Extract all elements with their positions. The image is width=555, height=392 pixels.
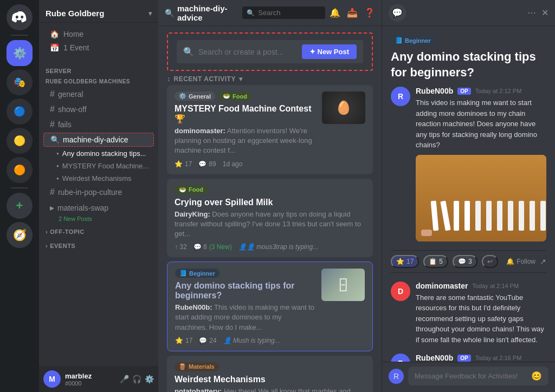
post-card[interactable]: 🪵 Materials Weirdest Mechanisms potatoba… xyxy=(167,356,373,392)
icon-rail: ⚙️ 🎭 🔵 🟡 🟠 + 🧭 xyxy=(0,0,39,392)
discord-home-icon[interactable] xyxy=(7,4,33,30)
reactions-bar: ⭐ 17 📋 5 💬 3 ↩ 🔔 Follow ↗ xyxy=(391,250,546,273)
channel-label-pop: rube-in-pop-culture xyxy=(58,188,122,197)
channel-label-diy: machine-diy-advice xyxy=(63,135,128,144)
msg-time-3: Today at 2:16 PM xyxy=(475,355,522,361)
server-icon-tag: ⚙️ xyxy=(179,93,186,100)
post-title: Any domino stacking tips for beginners? xyxy=(175,281,315,300)
follow-button[interactable]: 🔔 Follow xyxy=(506,258,535,265)
new-post-button[interactable]: ✦ New Post xyxy=(302,44,357,59)
topbar-search-input[interactable] xyxy=(258,9,321,17)
inbox-icon[interactable]: 📥 xyxy=(347,8,358,18)
comment-reaction-button[interactable]: 💬 3 xyxy=(453,255,477,268)
add-server-button[interactable]: + xyxy=(7,193,33,219)
follow-icon: 🔔 xyxy=(506,258,514,265)
share-button[interactable]: ↗ xyxy=(540,257,546,266)
home-icon: 🏠 xyxy=(50,30,59,38)
hash-icon: ▸ xyxy=(50,202,54,213)
avatar-ruben00b: R xyxy=(391,87,410,106)
headphones-icon[interactable]: 🎧 xyxy=(132,375,141,383)
post-replies: ↑ 32 xyxy=(175,243,187,251)
add-reaction-button[interactable]: ↩ xyxy=(482,255,498,268)
post-content: 🥗 Food Crying over Spilled Milk DairyKin… xyxy=(175,185,365,251)
post-content: 📘 Beginner Any domino stacking tips for … xyxy=(175,269,315,344)
post-stars: ⭐ 17 xyxy=(175,160,192,168)
notification-icon[interactable]: 🔔 xyxy=(330,8,340,18)
server-icon-4[interactable]: 🟡 xyxy=(7,128,33,154)
sidebar-item-materials[interactable]: ▸ materials-swap xyxy=(43,200,154,215)
explore-button[interactable]: 🧭 xyxy=(7,222,33,248)
op-badge-2: OP xyxy=(457,355,470,362)
rail-separator xyxy=(11,35,28,36)
user-avatar: M xyxy=(43,370,61,388)
server-icon-2[interactable]: 🎭 xyxy=(7,69,33,95)
channel-label-fails: fails xyxy=(58,120,72,129)
search-input-icon: 🔍 xyxy=(183,47,194,57)
settings-icon[interactable]: ⚙️ xyxy=(145,375,154,383)
forum-search-input[interactable] xyxy=(198,48,298,56)
sidebar-item-rube-pop[interactable]: # rube-in-pop-culture xyxy=(43,185,154,199)
sidebar-item-machine-diy[interactable]: 🔍 machine-diy-advice xyxy=(43,133,154,147)
server-name-label: Rube Goldberg xyxy=(46,9,104,18)
message-header-3: RubeN00b OP Today at 2:16 PM xyxy=(416,354,546,362)
hash-icon: # xyxy=(50,120,55,129)
sidebar-item-fails[interactable]: # fails xyxy=(43,117,154,132)
server-icon-3[interactable]: 🔵 xyxy=(7,99,33,125)
avatar-ruben00b-2: R xyxy=(391,354,410,362)
sidebar-sub-domino[interactable]: ● Any domino stacking tips... xyxy=(43,148,154,159)
post-preview: RubeN00b: This video is making me want t… xyxy=(175,303,315,332)
post-card[interactable]: ⚙️ General 🥗 Food MYSTERY Food Machine C… xyxy=(167,85,373,174)
sidebar-footer: M marblez #0000 🎤 🎧 ⚙️ xyxy=(39,366,158,392)
topbar-channel-label: machine-diy-advice xyxy=(177,4,238,22)
sidebar-item-home[interactable]: 🏠 Home xyxy=(43,28,154,41)
star-reaction-button[interactable]: ⭐ 17 xyxy=(391,255,419,268)
close-icon[interactable]: ✕ xyxy=(541,8,548,18)
help-icon[interactable]: ❓ xyxy=(364,8,375,18)
right-topbar-icons: ⋯ ✕ xyxy=(527,8,548,18)
message-group: R RubeN00b OP Today at 2:12 PM This vide… xyxy=(391,87,546,241)
bookmark-reaction-button[interactable]: 📋 5 xyxy=(423,255,448,268)
msg-text: This video is making me want to start ad… xyxy=(416,97,546,151)
emoji-picker-icon[interactable]: 😊 xyxy=(531,371,542,381)
message-input-area: R 😊 xyxy=(382,362,555,392)
post-tags: 📘 Beginner xyxy=(175,269,315,278)
new-posts-indicator[interactable]: 2 New Posts xyxy=(39,215,158,222)
message-input[interactable] xyxy=(415,372,527,380)
beginner-icon: 📘 xyxy=(179,270,187,277)
topbar-search-box[interactable]: 🔍 xyxy=(242,6,325,19)
post-comments: 💬 89 xyxy=(198,160,216,168)
calendar-icon: 📅 xyxy=(50,43,59,52)
topbar-search-icon: 🔍 xyxy=(247,9,255,17)
sidebar-sub-mystery[interactable]: ● MYSTERY Food Machine... xyxy=(43,160,154,172)
msg-time-2: Today at 2:14 PM xyxy=(472,283,519,289)
sidebar-item-general[interactable]: # general xyxy=(43,87,154,101)
more-icon[interactable]: ⋯ xyxy=(527,8,536,18)
server-icon-5[interactable]: 🟠 xyxy=(7,157,33,183)
avatar-dominomaster: D xyxy=(391,282,410,301)
recent-activity-label: RECENT ACTIVITY xyxy=(174,75,236,83)
rube-goldberg-server-icon[interactable]: ⚙️ xyxy=(7,40,33,66)
message-body-2: dominomaster Today at 2:14 PM There are … xyxy=(416,282,546,345)
post-title: Weirdest Mechanisms xyxy=(175,375,365,384)
chevron-down-sort[interactable]: ▾ xyxy=(239,75,243,83)
post-title: Crying over Spilled Milk xyxy=(175,198,365,207)
thread-content: 📘 Beginner Any domino stacking tips for … xyxy=(382,26,555,362)
post-time: 1d ago xyxy=(223,160,243,168)
microphone-icon[interactable]: 🎤 xyxy=(120,375,129,383)
post-card[interactable]: 🥗 Food Crying over Spilled Milk DairyKin… xyxy=(167,179,373,258)
post-card-active[interactable]: 📘 Beginner Any domino stacking tips for … xyxy=(167,262,373,351)
sidebar-header: Rube Goldberg ▾ xyxy=(39,0,158,23)
input-avatar: R xyxy=(389,369,404,384)
forum-topbar: 🔍 machine-diy-advice 🔍 🔔 📥 ❓ xyxy=(158,0,382,26)
msg-username: RubeN00b xyxy=(416,87,453,95)
sidebar-item-showoff[interactable]: # show-off xyxy=(43,102,154,116)
sidebar-category-events[interactable]: › EVENTS xyxy=(39,236,158,250)
sidebar-category-offtopic[interactable]: › OFF-TOPIC xyxy=(39,222,158,236)
sidebar-item-events[interactable]: 📅 1 Event xyxy=(43,41,154,54)
chevron-icon: › xyxy=(46,228,48,235)
post-tags: 🥗 Food xyxy=(175,185,365,194)
tag-materials: 🪵 Materials xyxy=(175,362,219,371)
server-name-row[interactable]: Rube Goldberg ▾ xyxy=(46,9,152,18)
sidebar-sub-weird[interactable]: ● Weirdest Mechanisms xyxy=(43,173,154,184)
domino-scene xyxy=(416,155,546,241)
